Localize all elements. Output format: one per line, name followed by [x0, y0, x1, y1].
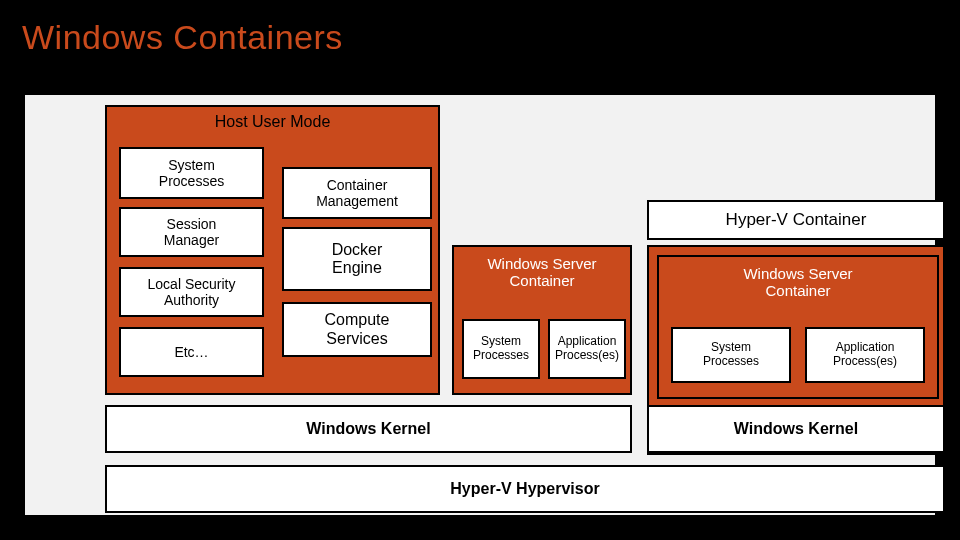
docker-engine-box: DockerEngine [282, 227, 432, 291]
wsc-left-title: Windows ServerContainer [454, 255, 630, 290]
windows-kernel-left: Windows Kernel [105, 405, 632, 453]
windows-server-container-right: Windows ServerContainer SystemProcesses … [659, 257, 937, 397]
hyperv-hypervisor: Hyper-V Hypervisor [105, 465, 945, 513]
session-manager-box: SessionManager [119, 207, 264, 257]
diagram-canvas: Host User Mode SystemProcesses SessionMa… [25, 95, 935, 515]
container-management-box: ContainerManagement [282, 167, 432, 219]
etc-box: Etc… [119, 327, 264, 377]
wsc-right-title: Windows ServerContainer [659, 265, 937, 299]
local-security-authority-box: Local SecurityAuthority [119, 267, 264, 317]
windows-kernel-right: Windows Kernel [647, 405, 945, 453]
wsc-left-application-processes: ApplicationProcess(es) [548, 319, 626, 379]
windows-server-container-left: Windows ServerContainer SystemProcesses … [452, 245, 632, 395]
hyperv-container-title: Hyper-V Container [647, 200, 945, 240]
slide-title: Windows Containers [0, 0, 960, 57]
compute-services-box: ComputeServices [282, 302, 432, 357]
host-user-mode-header: Host User Mode [107, 113, 438, 131]
system-processes-box: SystemProcesses [119, 147, 264, 199]
wsc-right-system-processes: SystemProcesses [671, 327, 791, 383]
host-user-mode-group: Host User Mode SystemProcesses SessionMa… [105, 105, 440, 395]
wsc-left-system-processes: SystemProcesses [462, 319, 540, 379]
wsc-right-application-processes: ApplicationProcess(es) [805, 327, 925, 383]
